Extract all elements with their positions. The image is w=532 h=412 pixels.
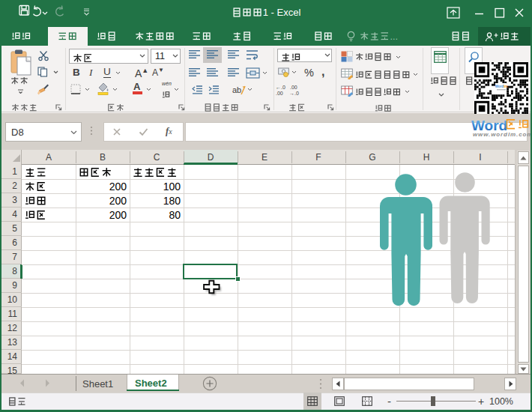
svg-text:.00: .00 (276, 91, 283, 96)
svg-text:.00: .00 (290, 85, 297, 90)
svg-text:←.0: ←.0 (276, 85, 285, 90)
svg-text:ab: ab (232, 85, 241, 94)
svg-text:Wordlm: Wordlm (495, 85, 508, 88)
svg-text:→.0: →.0 (289, 91, 299, 96)
